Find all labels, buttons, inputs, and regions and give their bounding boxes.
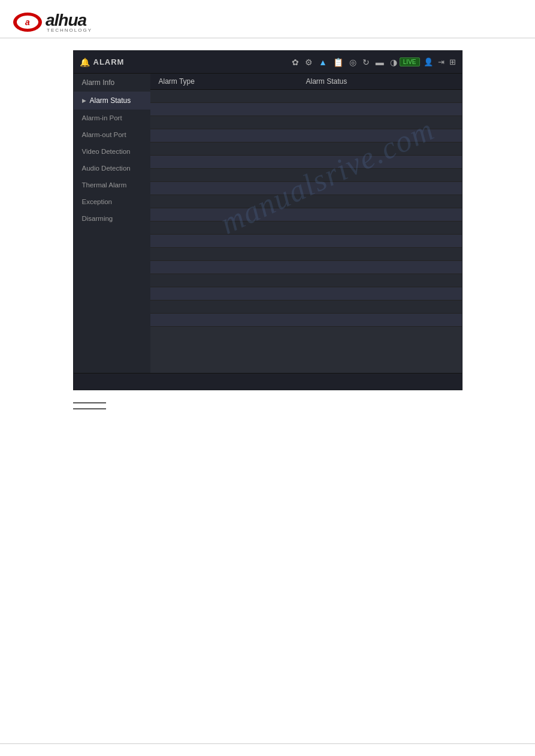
table-row <box>150 235 462 248</box>
live-badge: LIVE <box>400 57 420 66</box>
table-row <box>150 103 462 116</box>
sidebar-item-alarm-out-port[interactable]: Alarm-out Port <box>74 126 150 143</box>
alarm-out-port-label: Alarm-out Port <box>82 131 126 138</box>
user-icon[interactable]: 👤 <box>424 57 433 66</box>
brand-name: alhua <box>46 11 86 29</box>
ui-window: 🔔 ALARM ✿ ⚙ ▲ 📋 ◎ ↻ ▬ ◑ LIVE 👤 ⇥ ⊞ <box>73 50 463 390</box>
audio-icon[interactable]: ◑ <box>390 57 397 67</box>
alarm-info-label: Alarm Info <box>82 78 115 87</box>
logout-icon[interactable]: ⇥ <box>438 57 445 66</box>
audio-detection-label: Audio Detection <box>82 165 131 172</box>
table-row <box>150 314 462 327</box>
alarm-status-label: Alarm Status <box>90 96 131 105</box>
logo-area: a alhua TECHNOLOGY <box>0 0 535 38</box>
ui-body: Alarm Info ▶ Alarm Status Alarm-in Port … <box>74 74 462 373</box>
notification-icon[interactable]: ▲ <box>319 57 327 67</box>
toolbar-title: ALARM <box>93 57 125 66</box>
table-rows <box>150 90 462 327</box>
sidebar-item-alarm-status[interactable]: ▶ Alarm Status <box>74 92 150 110</box>
display-icon[interactable]: ▬ <box>376 57 384 67</box>
table-row <box>150 248 462 261</box>
wheel-icon[interactable]: ✿ <box>292 57 299 67</box>
grid-view-icon[interactable]: ⊞ <box>449 57 456 66</box>
logo-container: a alhua TECHNOLOGY <box>12 11 523 33</box>
alarm-in-port-label: Alarm-in Port <box>82 114 122 122</box>
table-header: Alarm Type Alarm Status <box>150 74 462 90</box>
alarm-bell-icon: 🔔 <box>80 57 90 67</box>
table-row <box>150 287 462 300</box>
dahua-logo-icon: a <box>12 11 43 33</box>
table-row <box>150 169 462 182</box>
thermal-alarm-label: Thermal Alarm <box>82 181 127 189</box>
table-row <box>150 142 462 156</box>
gear-icon[interactable]: ⚙ <box>305 57 313 67</box>
table-row <box>150 195 462 208</box>
table-row <box>150 182 462 195</box>
file-icon[interactable]: 📋 <box>333 57 343 67</box>
bottom-lines <box>73 402 463 409</box>
sidebar: Alarm Info ▶ Alarm Status Alarm-in Port … <box>74 74 150 373</box>
page-footer-line <box>0 743 535 744</box>
sidebar-item-video-detection[interactable]: Video Detection <box>74 143 150 160</box>
bottom-line-2 <box>73 408 106 409</box>
expand-arrow-icon: ▶ <box>82 98 86 104</box>
video-detection-label: Video Detection <box>82 148 131 155</box>
table-row <box>150 300 462 314</box>
footer-bar <box>74 373 462 390</box>
table-row <box>150 129 462 142</box>
sidebar-item-exception[interactable]: Exception <box>74 193 150 210</box>
svg-text:a: a <box>25 17 30 27</box>
main-content: Alarm Type Alarm Status <box>150 74 462 373</box>
bottom-line-1 <box>73 402 106 403</box>
user-controls: 👤 ⇥ ⊞ <box>424 57 456 66</box>
table-row <box>150 116 462 129</box>
table-row <box>150 274 462 287</box>
sidebar-item-disarming[interactable]: Disarming <box>74 210 150 227</box>
sidebar-item-audio-detection[interactable]: Audio Detection <box>74 160 150 177</box>
disarming-label: Disarming <box>82 215 113 222</box>
table-row <box>150 261 462 274</box>
brand-subtitle: TECHNOLOGY <box>47 28 92 33</box>
sidebar-item-alarm-in-port[interactable]: Alarm-in Port <box>74 110 150 126</box>
exception-label: Exception <box>82 198 113 205</box>
headset-icon[interactable]: ◎ <box>349 57 356 67</box>
alarm-status-header: Alarm Status <box>306 77 454 86</box>
sidebar-item-thermal-alarm[interactable]: Thermal Alarm <box>74 177 150 193</box>
toolbar: 🔔 ALARM ✿ ⚙ ▲ 📋 ◎ ↻ ▬ ◑ LIVE 👤 ⇥ ⊞ <box>74 51 462 74</box>
toolbar-icons: ✿ ⚙ ▲ 📋 ◎ ↻ ▬ ◑ <box>292 57 397 67</box>
table-row <box>150 90 462 103</box>
sidebar-item-alarm-info[interactable]: Alarm Info <box>74 74 150 92</box>
table-row <box>150 221 462 235</box>
refresh-icon[interactable]: ↻ <box>362 57 370 67</box>
alarm-type-header: Alarm Type <box>159 77 306 86</box>
table-row <box>150 156 462 169</box>
table-row <box>150 208 462 221</box>
